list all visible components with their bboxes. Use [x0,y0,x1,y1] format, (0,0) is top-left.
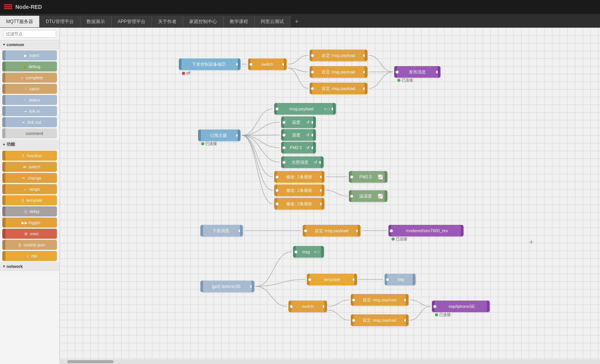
flow-node-n_modify3[interactable]: 修改: 2条规矩 [274,198,324,209]
node-label: 下发控制设备端② [182,61,236,67]
tab-2[interactable]: 数据展示 [80,16,112,27]
section-header-network[interactable]: ▾network [0,262,59,271]
flow-node-n_pub1[interactable]: 发布消息已连接 [394,66,440,78]
template-icon: {} [20,198,25,203]
port-in [350,194,353,198]
flow-node-n_temp_sensor[interactable]: 温度↺ [281,116,316,128]
flow-node-n_set_iphone2[interactable]: 设定 msg.payload [351,314,408,326]
sidebar-node-label: inject [30,53,40,58]
sidebar-node-inject[interactable]: ▶inject [2,50,57,60]
tab-3[interactable]: APP管理平台 [112,16,152,27]
node-label: 设定 msg.payload [355,297,404,303]
sidebar-node-rbe[interactable]: ≈rbe [2,251,57,261]
canvas-scrollbar[interactable] [60,359,600,364]
port-in [433,305,437,308]
flow-node-n_down_ctrl2[interactable]: 下发控制设备端②off [179,58,240,70]
sidebar-node-label: comment [26,131,43,136]
status-dot [435,313,438,316]
tab-0[interactable]: MQTT服务器 [0,16,40,27]
flow-node-n_temphumid_chart[interactable]: 温湿度📈 [349,190,387,202]
flow-node-n_modify1[interactable]: 修改: 2条规矩 [274,171,324,183]
flow-node-n_humid_sensor[interactable]: 湿度↺ [281,129,316,141]
section-header-common[interactable]: ▾common [0,40,59,49]
tab-6[interactable]: 教学课程 [223,16,255,27]
sidebar-node-comment[interactable]: comment [2,128,57,138]
node-label: template [312,277,352,282]
flow-node-n_sub[interactable]: 订阅主题已连接 [198,130,240,141]
debug-list-icon[interactable]: ≡ [314,250,317,254]
sidebar-node-change[interactable]: ✏change [2,173,57,183]
flow-node-n_down_msg[interactable]: 下发消息 [200,225,243,236]
port-in [275,189,279,192]
debug-square-icon[interactable]: □ [317,250,320,254]
flow-node-n_light_sensor[interactable]: 光照强度↺ [281,156,323,168]
sidebar-node-status[interactable]: ~status [2,95,57,105]
trigger-icon: ▶▶ [22,220,27,225]
port-in [249,63,253,66]
sidebar-node-delay[interactable]: ◷delay [2,206,57,216]
port-in [311,54,314,57]
node-label: switch [293,304,322,309]
tab-add-button[interactable]: + [290,16,303,27]
sidebar-node-label: template [26,198,42,203]
debug-square-icon[interactable]: □ [327,107,330,111]
flow-node-n_set_payload_main[interactable]: 设定 msg.payload [303,225,360,236]
flow-node-n_set2[interactable]: 设定 msg.payload [310,66,367,78]
port-in [390,229,393,233]
connections-svg [60,28,600,364]
flow-node-n_pm25_sensor[interactable]: PM2.5↺ [281,142,316,153]
tab-1[interactable]: DTU管理平台 [40,16,80,27]
node-label: 温度 [286,120,306,125]
sidebar-node-template[interactable]: {}template [2,195,57,205]
tab-5[interactable]: 家庭控制中心 [183,16,223,27]
sidebar-node-debug[interactable]: 🐛debug [2,61,57,71]
port-in [275,202,279,206]
sidebar-node-trigger[interactable]: ▶▶trigger [2,218,57,228]
sidebar-node-link-in[interactable]: ⇥link in [2,106,57,116]
status-dot [392,238,395,241]
flow-node-n_msgpayload[interactable]: msg.payload≡□ [274,103,336,115]
flow-node-n_switch_iphone[interactable]: switch [288,301,327,312]
node-label: 温湿度 [353,193,378,199]
search-input[interactable] [3,30,56,38]
sidebar-node-label: switch [28,165,40,169]
status-icon: ~ [22,97,28,103]
add-cursor[interactable]: + [529,237,534,247]
node-label: 修改: 2条规矩 [279,174,320,180]
flow-node-n_set3[interactable]: 设定 msg.payload [310,83,367,94]
sidebar-node-function[interactable]: ƒfunction [2,151,57,161]
sidebar-node-contrib-json[interactable]: {}contrib json [2,240,57,250]
flow-node-n_nodered_sim[interactable]: /nodered/sim7600_rev已连接 [388,225,463,236]
port-in [275,175,279,179]
port-in [352,319,355,322]
canvas: switch下发控制设备端②off设定 msg.payload设定 msg.pa… [60,28,600,364]
sidebar-node-complete[interactable]: ✓complete [2,73,57,83]
flow-node-n_set1[interactable]: 设定 msg.payload [310,50,367,61]
switch-icon: ⇄ [22,164,27,170]
flow-node-n_set_iphone1[interactable]: 设定 msg.payload [351,294,408,306]
status-indicator: 已连接 [392,236,407,242]
sidebar-node-exec[interactable]: ⚙exec [2,229,57,239]
flow-node-n_pm25_chart[interactable]: PM2.5📈 [349,171,387,183]
flow-node-n_esp_iphone[interactable]: esp/iphoneSE已连接 [432,301,490,312]
flow-node-n_modify2[interactable]: 修改: 2条规矩 [274,184,324,196]
complete-icon: ✓ [19,75,25,80]
chart-icon: 📈 [378,194,383,199]
section-header-功能[interactable]: ▾功能 [0,140,59,150]
flow-node-n_switch1[interactable]: switch [248,58,287,70]
sidebar-node-catch[interactable]: !catch [2,84,57,94]
sidebar-node-label: contrib json [23,243,45,247]
sidebar-node-link-out[interactable]: ⇤link out [2,117,57,127]
tabbar: MQTT服务器DTU管理平台数据展示APP管理平台关于作者家庭控制中心教学课程阿… [0,14,600,28]
tab-4[interactable]: 关于作者 [152,16,183,27]
sidebar-node-range[interactable]: ↔range [2,184,57,194]
node-label: /nodered/sim7600_rev [393,228,461,233]
debug-list-icon[interactable]: ≡ [324,107,327,111]
flow-node-n_msg_debug[interactable]: msg≡□ [293,246,324,258]
tab-7[interactable]: 阿里云测试 [255,16,290,27]
sidebar-node-switch[interactable]: ⇄switch [2,162,57,172]
flow-node-n_http_response[interactable]: http [385,274,415,285]
port-in [352,298,355,302]
flow-node-n_template_node[interactable]: template [307,274,357,285]
flow-node-n_get_iphone[interactable]: [get] /iphoneSE [200,281,254,292]
